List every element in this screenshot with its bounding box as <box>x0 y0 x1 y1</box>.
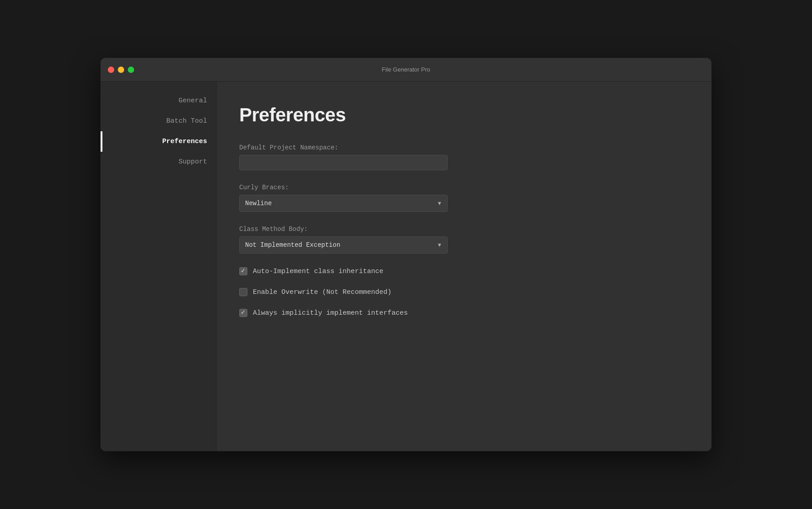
minimize-button[interactable] <box>118 67 124 73</box>
auto-implement-checkbox-group: Auto-Implement class inheritance <box>239 267 689 275</box>
auto-implement-label[interactable]: Auto-Implement class inheritance <box>253 268 383 275</box>
auto-implement-checkbox[interactable] <box>239 267 247 275</box>
implement-interfaces-checkbox-group: Always implicitly implement interfaces <box>239 309 689 317</box>
sidebar-item-batch-tool[interactable]: Batch Tool <box>101 111 216 131</box>
implement-interfaces-checkbox[interactable] <box>239 309 247 317</box>
curly-braces-select[interactable]: Newline Same Line <box>239 195 448 212</box>
titlebar: File Generator Pro <box>101 58 711 82</box>
window-body: General Batch Tool Preferences Support P… <box>101 82 711 451</box>
curly-braces-label: Curly Braces: <box>239 184 689 191</box>
sidebar: General Batch Tool Preferences Support <box>101 82 216 451</box>
page-title: Preferences <box>239 104 689 126</box>
curly-braces-select-wrapper: Newline Same Line ▼ <box>239 195 448 212</box>
curly-braces-field-group: Curly Braces: Newline Same Line ▼ <box>239 184 689 212</box>
app-window: File Generator Pro General Batch Tool Pr… <box>100 58 712 451</box>
enable-overwrite-label[interactable]: Enable Overwrite (Not Recommended) <box>253 288 392 296</box>
class-method-select[interactable]: Not Implemented Exception Empty Throw Re… <box>239 236 448 254</box>
sidebar-item-support[interactable]: Support <box>101 152 216 172</box>
namespace-label: Default Project Namespace: <box>239 144 689 151</box>
namespace-input[interactable] <box>239 155 448 170</box>
enable-overwrite-checkbox[interactable] <box>239 288 247 296</box>
class-method-field-group: Class Method Body: Not Implemented Excep… <box>239 226 689 254</box>
enable-overwrite-checkbox-group: Enable Overwrite (Not Recommended) <box>239 288 689 296</box>
main-content: Preferences Default Project Namespace: C… <box>216 82 711 451</box>
sidebar-item-general[interactable]: General <box>101 91 216 111</box>
sidebar-item-preferences[interactable]: Preferences <box>101 131 216 152</box>
window-controls <box>108 67 134 73</box>
maximize-button[interactable] <box>128 67 134 73</box>
window-title: File Generator Pro <box>382 66 430 73</box>
namespace-field-group: Default Project Namespace: <box>239 144 689 170</box>
implement-interfaces-label[interactable]: Always implicitly implement interfaces <box>253 309 408 317</box>
close-button[interactable] <box>108 67 114 73</box>
class-method-select-wrapper: Not Implemented Exception Empty Throw Re… <box>239 236 448 254</box>
class-method-label: Class Method Body: <box>239 226 689 233</box>
